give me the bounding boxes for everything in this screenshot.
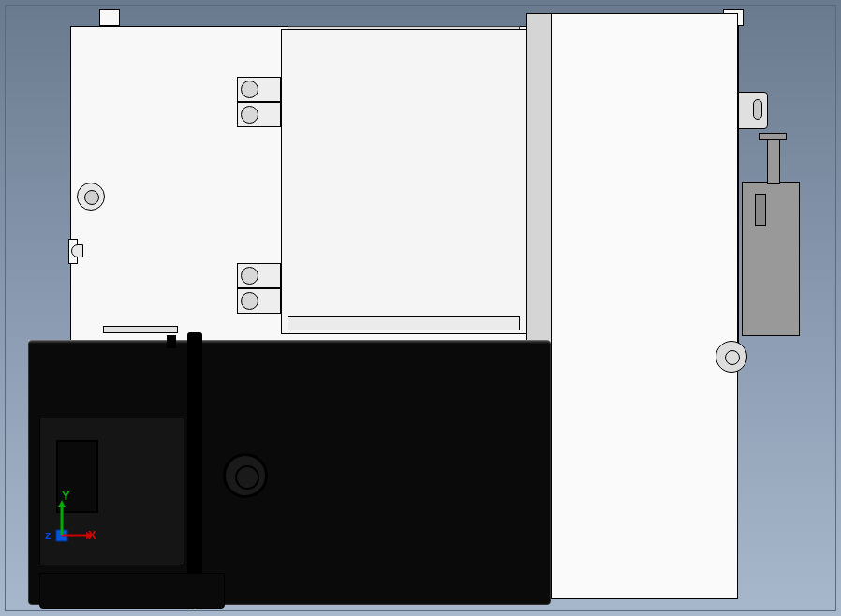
center-cover-panel	[281, 29, 527, 334]
standoff-bottom-1	[237, 263, 281, 288]
motor-shaft-face	[223, 453, 268, 498]
center-panel-bottom-lip	[288, 316, 520, 330]
standoff-top-2	[237, 102, 281, 127]
axis-label-z: z	[45, 528, 52, 542]
right-front-block	[551, 13, 738, 599]
motor-cable-stub	[167, 335, 176, 348]
motor-clamp-band	[187, 332, 202, 609]
vertical-rail	[526, 13, 553, 380]
motor-highlight	[28, 340, 551, 344]
standoff-top-1	[237, 77, 281, 102]
housing-bottom-rail	[103, 326, 178, 333]
motor-bottom-lip	[39, 573, 225, 609]
standoff-bottom-2	[237, 288, 281, 314]
right-connector-pin	[753, 99, 762, 120]
right-lower-fastener	[716, 341, 747, 373]
right-bracket-arm	[767, 133, 780, 184]
top-mount-tab-left	[99, 9, 120, 26]
axis-label-y: Y	[62, 489, 70, 503]
right-bracket-slot	[755, 194, 766, 226]
right-mounting-bracket	[742, 182, 800, 336]
triad-svg	[36, 494, 101, 560]
right-bracket-top	[759, 133, 787, 140]
left-side-notch-pin	[71, 244, 83, 257]
coordinate-triad[interactable]: X Y z	[36, 494, 101, 560]
axis-label-x: X	[88, 528, 96, 542]
cad-viewport[interactable]: X Y z	[0, 0, 841, 616]
left-mounting-bolt	[77, 183, 105, 211]
